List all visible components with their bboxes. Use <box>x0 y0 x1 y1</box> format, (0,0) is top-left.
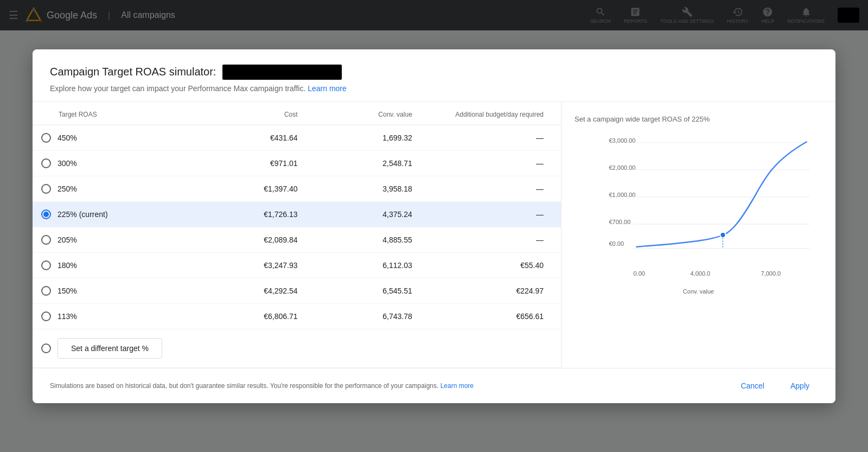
chart-x-label: Conv. value <box>575 288 822 295</box>
table-row[interactable]: 300% €971.01 2,548.71 — <box>33 150 561 176</box>
cost-value: €971.01 <box>211 150 307 176</box>
radio-button[interactable] <box>41 158 51 168</box>
conv-value: 6,545.51 <box>307 278 421 303</box>
svg-text:€3,000.00: €3,000.00 <box>609 137 636 144</box>
svg-text:0.00: 0.00 <box>634 270 645 277</box>
col-header-target-roas: Target ROAS <box>33 102 211 125</box>
additional-budget-value: — <box>421 227 561 252</box>
svg-text:€0.00: €0.00 <box>609 240 624 247</box>
table-row[interactable]: 250% €1,397.40 3,958.18 — <box>33 176 561 201</box>
cancel-button[interactable]: Cancel <box>732 377 773 394</box>
radio-button[interactable] <box>41 260 51 270</box>
additional-budget-value: — <box>421 125 561 150</box>
svg-text:€700.00: €700.00 <box>609 219 631 225</box>
radio-button[interactable] <box>41 311 51 321</box>
footer-disclaimer: Simulations are based on historical data… <box>50 382 474 390</box>
conv-value: 4,375.24 <box>307 201 421 227</box>
cost-value: €3,247.93 <box>211 252 307 278</box>
chart-container: €3,000.00 €2,000.00 €1,000.00 €700.00 €0… <box>575 132 822 355</box>
additional-budget-value: €656.61 <box>421 303 561 329</box>
conv-value: 6,743.78 <box>307 303 421 329</box>
target-roas-value: 180% <box>58 261 77 270</box>
chart-title: Set a campaign wide target ROAS of 225% <box>575 115 822 123</box>
target-roas-value: 205% <box>58 235 77 244</box>
conv-value: 1,699.32 <box>307 125 421 150</box>
roas-table: Target ROAS Cost Conv. value Additional … <box>33 102 561 368</box>
conv-value: 4,885.55 <box>307 227 421 252</box>
modal-body: Target ROAS Cost Conv. value Additional … <box>33 102 835 368</box>
conv-value: 2,548.71 <box>307 150 421 176</box>
svg-text:€1,000.00: €1,000.00 <box>609 192 636 198</box>
table-row[interactable]: 225% (current) €1,726.13 4,375.24 — <box>33 201 561 227</box>
radio-button[interactable] <box>41 184 51 194</box>
additional-budget-value: — <box>421 176 561 201</box>
additional-budget-value: — <box>421 150 561 176</box>
modal-footer: Simulations are based on historical data… <box>33 368 835 403</box>
radio-button[interactable] <box>41 133 51 143</box>
chart-section: Set a campaign wide target ROAS of 225% … <box>561 102 835 368</box>
target-roas-value: 250% <box>58 184 77 193</box>
table-row[interactable]: 113% €6,806.71 6,743.78 €656.61 <box>33 303 561 329</box>
modal-backdrop: Campaign Target ROAS simulator: Explore … <box>0 0 868 452</box>
col-header-conv-value: Conv. value <box>307 102 421 125</box>
target-roas-value: 225% (current) <box>58 210 108 219</box>
disclaimer-text: Simulations are based on historical data… <box>50 382 438 390</box>
svg-text:4,000.0: 4,000.0 <box>691 270 711 277</box>
table-row[interactable]: 450% €431.64 1,699.32 — <box>33 125 561 150</box>
set-different-target-button[interactable]: Set a different target % <box>58 338 162 359</box>
target-roas-value: 113% <box>58 312 77 321</box>
col-header-cost: Cost <box>211 102 307 125</box>
cost-value: €431.64 <box>211 125 307 150</box>
set-different-target-row: Set a different target % <box>33 329 561 367</box>
additional-budget-value: €55.40 <box>421 252 561 278</box>
campaign-name-redacted <box>222 65 342 80</box>
table-section: Target ROAS Cost Conv. value Additional … <box>33 102 561 368</box>
radio-button[interactable] <box>41 235 51 245</box>
target-roas-value: 300% <box>58 159 77 168</box>
modal-title: Campaign Target ROAS simulator: <box>50 66 216 78</box>
conv-value: 3,958.18 <box>307 176 421 201</box>
additional-budget-value: — <box>421 201 561 227</box>
diff-target-radio[interactable] <box>41 343 51 353</box>
table-row[interactable]: 180% €3,247.93 6,112.03 €55.40 <box>33 252 561 278</box>
chart-svg: €3,000.00 €2,000.00 €1,000.00 €700.00 €0… <box>575 132 822 284</box>
modal-header: Campaign Target ROAS simulator: Explore … <box>33 49 835 102</box>
apply-button[interactable]: Apply <box>782 377 818 394</box>
svg-text:€2,000.00: €2,000.00 <box>609 164 636 171</box>
table-row[interactable]: 150% €4,292.54 6,545.51 €224.97 <box>33 278 561 303</box>
col-header-additional-budget: Additional budget/day required <box>421 102 561 125</box>
target-roas-value: 150% <box>58 287 77 295</box>
modal-subtitle: Explore how your target can impact your … <box>50 84 818 93</box>
svg-text:7,000.0: 7,000.0 <box>761 270 781 277</box>
additional-budget-value: €224.97 <box>421 278 561 303</box>
learn-more-link-header[interactable]: Learn more <box>308 84 347 93</box>
cost-value: €1,726.13 <box>211 201 307 227</box>
footer-actions: Cancel Apply <box>732 377 818 394</box>
cost-value: €2,089.84 <box>211 227 307 252</box>
conv-value: 6,112.03 <box>307 252 421 278</box>
cost-value: €4,292.54 <box>211 278 307 303</box>
cost-value: €6,806.71 <box>211 303 307 329</box>
modal-dialog: Campaign Target ROAS simulator: Explore … <box>33 49 835 403</box>
learn-more-link-footer[interactable]: Learn more <box>441 382 474 390</box>
table-row[interactable]: 205% €2,089.84 4,885.55 — <box>33 227 561 252</box>
target-roas-value: 450% <box>58 133 77 142</box>
radio-button[interactable] <box>41 209 51 219</box>
radio-button[interactable] <box>41 286 51 296</box>
modal-subtitle-text: Explore how your target can impact your … <box>50 84 305 93</box>
cost-value: €1,397.40 <box>211 176 307 201</box>
